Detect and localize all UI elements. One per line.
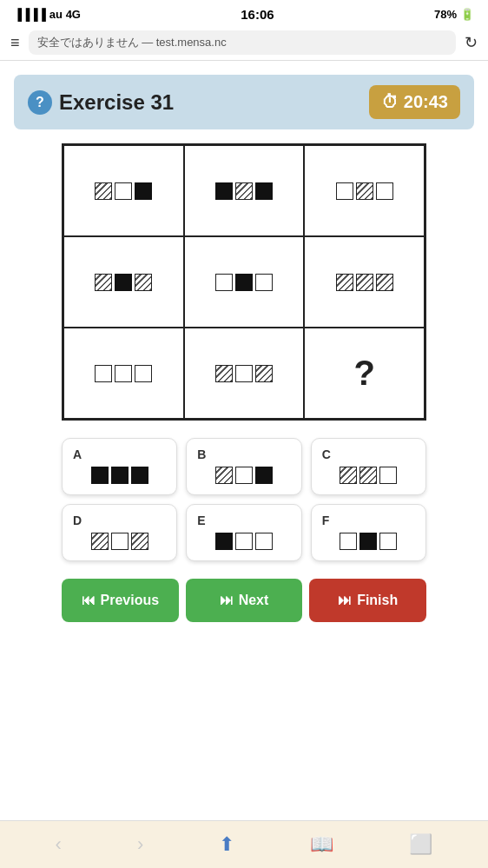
finish-label: Finish (357, 593, 398, 608)
answer-b[interactable]: B (186, 438, 301, 495)
puzzle-cell-r3c3: ? (304, 328, 425, 419)
main-content: ? Exercise 31 ⏱ 20:43 (0, 61, 488, 820)
hamburger-icon[interactable]: ≡ (10, 34, 20, 52)
answer-a-label: A (73, 447, 82, 461)
browser-bar: ≡ 安全ではありません — test.mensa.nc ↻ (0, 25, 488, 61)
status-right: 78% 🔋 (434, 8, 474, 21)
exercise-header: ? Exercise 31 ⏱ 20:43 (14, 75, 474, 129)
back-icon[interactable]: ‹ (56, 833, 62, 856)
signal-icon: ▐▐▐▐ (14, 8, 46, 21)
prev-icon: ⏮ (82, 593, 96, 608)
answer-b-label: B (197, 447, 206, 461)
exercise-title-text: Exercise 31 (59, 90, 174, 115)
answer-f-label: F (322, 514, 330, 527)
question-mark: ? (353, 354, 374, 393)
previous-label: Previous (101, 593, 160, 608)
answer-c[interactable]: C (311, 438, 426, 495)
battery-text: 78% (434, 8, 457, 21)
tabs-icon[interactable]: ⬜ (409, 833, 432, 856)
next-label: Next (239, 593, 269, 608)
puzzle-grid: ? (62, 143, 426, 421)
puzzle-cell-r1c3 (304, 145, 425, 236)
url-bar[interactable]: 安全ではありません — test.mensa.nc (29, 30, 456, 55)
buttons-row: ⏮ Previous ⏭ Next ⏭ Finish (62, 579, 426, 622)
answer-d[interactable]: D (62, 504, 177, 561)
answers-grid: A B C D (62, 438, 426, 561)
share-icon[interactable]: ⬆ (219, 833, 234, 856)
previous-button[interactable]: ⏮ Previous (62, 579, 179, 622)
status-carrier: ▐▐▐▐ au 4G (14, 8, 81, 21)
reload-icon[interactable]: ↻ (465, 33, 478, 52)
answer-c-label: C (322, 447, 331, 461)
puzzle-cell-r1c2 (184, 145, 305, 236)
bottom-nav: ‹ › ⬆ 📖 ⬜ (0, 820, 488, 868)
status-time: 16:06 (241, 7, 274, 22)
exercise-title: ? Exercise 31 (28, 90, 174, 115)
status-bar: ▐▐▐▐ au 4G 16:06 78% 🔋 (0, 0, 488, 25)
puzzle-cell-r1c1 (63, 145, 184, 236)
answer-d-label: D (73, 514, 82, 527)
next-button[interactable]: ⏭ Next (186, 579, 303, 622)
timer-badge: ⏱ 20:43 (369, 85, 460, 119)
puzzle-cell-r2c3 (304, 236, 425, 328)
forward-icon[interactable]: › (137, 833, 143, 856)
bookmarks-icon[interactable]: 📖 (310, 833, 333, 856)
timer-value: 20:43 (404, 92, 448, 112)
answer-e[interactable]: E (186, 504, 301, 561)
puzzle-cell-r3c2 (184, 328, 305, 419)
puzzle-cell-r2c2 (184, 236, 305, 328)
timer-icon: ⏱ (381, 92, 399, 112)
puzzle-cell-r3c1 (63, 328, 184, 419)
help-icon[interactable]: ? (28, 90, 52, 115)
finish-icon: ⏭ (338, 593, 352, 608)
puzzle-cell-r2c1 (63, 236, 184, 328)
finish-button[interactable]: ⏭ Finish (309, 579, 426, 622)
answer-f[interactable]: F (311, 504, 426, 561)
next-icon: ⏭ (220, 593, 234, 608)
answer-a[interactable]: A (62, 438, 177, 495)
battery-icon: 🔋 (460, 8, 474, 21)
answer-e-label: E (197, 514, 205, 527)
